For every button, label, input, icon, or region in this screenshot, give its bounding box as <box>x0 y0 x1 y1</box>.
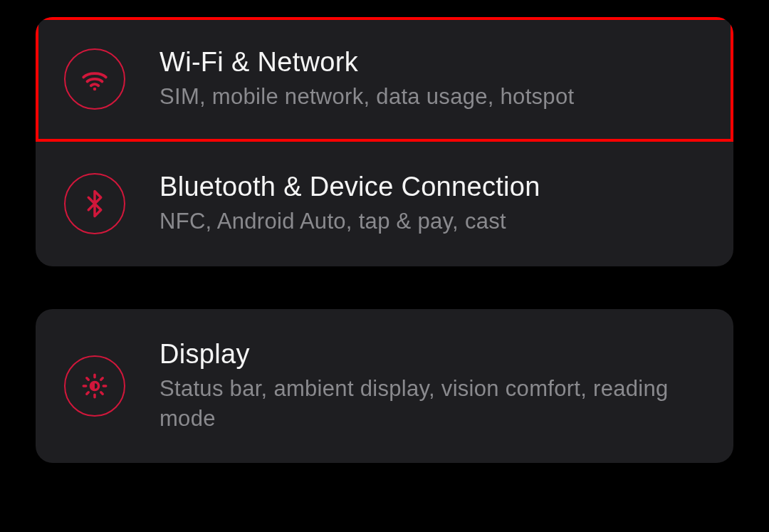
settings-item-subtitle: NFC, Android Auto, tap & pay, cast <box>159 207 540 236</box>
svg-line-8 <box>87 392 88 394</box>
settings-item-subtitle: SIM, mobile network, data usage, hotspot <box>159 82 574 112</box>
settings-item-text: Display Status bar, ambient display, vis… <box>159 339 705 434</box>
bluetooth-icon <box>64 173 125 234</box>
settings-item-subtitle: Status bar, ambient display, vision comf… <box>159 374 705 434</box>
settings-item-title: Wi-Fi & Network <box>159 47 574 78</box>
settings-item-text: Bluetooth & Device Connection NFC, Andro… <box>159 172 540 236</box>
settings-item-wifi-network[interactable]: Wi-Fi & Network SIM, mobile network, dat… <box>36 17 733 142</box>
settings-item-display[interactable]: Display Status bar, ambient display, vis… <box>36 309 733 464</box>
settings-card-connectivity: Wi-Fi & Network SIM, mobile network, dat… <box>36 17 733 266</box>
svg-line-6 <box>87 378 88 380</box>
display-icon <box>64 355 125 417</box>
settings-card-display: Display Status bar, ambient display, vis… <box>36 309 733 464</box>
wifi-icon <box>64 48 125 110</box>
settings-item-title: Bluetooth & Device Connection <box>159 172 540 202</box>
settings-item-text: Wi-Fi & Network SIM, mobile network, dat… <box>159 47 574 112</box>
svg-line-9 <box>101 378 103 380</box>
svg-line-7 <box>101 392 103 394</box>
svg-point-0 <box>93 88 97 91</box>
settings-item-bluetooth-device[interactable]: Bluetooth & Device Connection NFC, Andro… <box>36 142 733 266</box>
settings-item-title: Display <box>159 339 705 370</box>
